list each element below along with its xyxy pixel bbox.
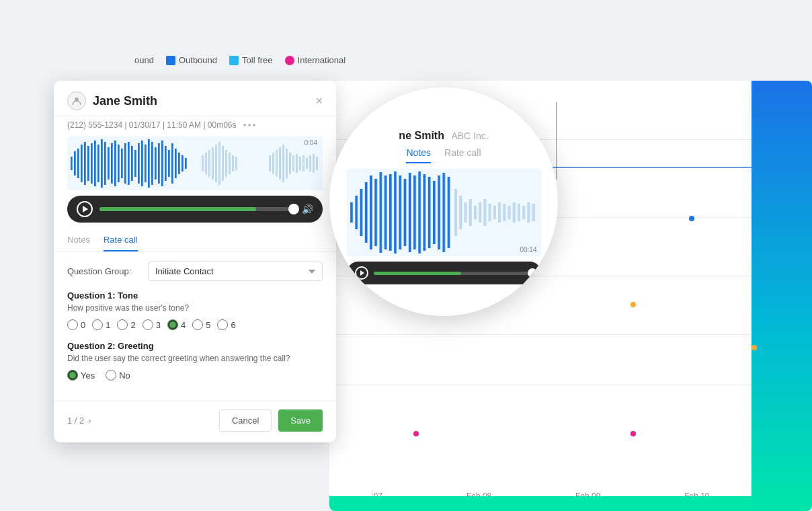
svg-rect-90 <box>488 204 491 221</box>
volume-icon[interactable]: 🔊 <box>302 204 313 214</box>
svg-rect-65 <box>364 182 367 243</box>
rating-5[interactable]: 5 <box>192 319 210 330</box>
zoom-progress-track[interactable] <box>374 272 533 275</box>
zoom-company: ABC Inc. <box>451 130 488 141</box>
svg-rect-98 <box>527 202 530 223</box>
svg-rect-60 <box>313 154 315 173</box>
svg-rect-6 <box>87 146 89 181</box>
answer-no[interactable]: No <box>106 370 130 381</box>
svg-rect-22 <box>141 141 143 186</box>
svg-rect-95 <box>512 202 515 223</box>
svg-rect-33 <box>178 153 180 174</box>
zoom-progress-thumb[interactable] <box>528 268 537 278</box>
progress-fill <box>99 207 256 211</box>
svg-rect-92 <box>498 202 501 223</box>
svg-rect-42 <box>222 146 224 181</box>
svg-rect-58 <box>306 158 308 169</box>
svg-rect-49 <box>276 150 278 177</box>
svg-rect-99 <box>532 204 534 221</box>
svg-rect-7 <box>91 143 93 184</box>
svg-rect-70 <box>389 174 391 251</box>
rating-2[interactable]: 2 <box>117 319 135 330</box>
svg-rect-78 <box>428 177 430 248</box>
rating-0[interactable]: 0 <box>67 319 85 330</box>
modal-header: Jane Smith × <box>54 81 336 116</box>
svg-rect-40 <box>215 145 217 182</box>
data-point-3 <box>689 216 694 221</box>
tab-notes[interactable]: Notes <box>67 235 90 251</box>
legend-dot-tollfree <box>229 56 239 65</box>
rating-6[interactable]: 6 <box>217 319 235 330</box>
svg-rect-26 <box>155 147 157 180</box>
svg-rect-64 <box>360 189 362 236</box>
svg-rect-68 <box>379 172 382 253</box>
data-point-4 <box>413 431 419 436</box>
legend-dot-international <box>285 56 294 65</box>
progress-thumb[interactable] <box>288 204 299 214</box>
data-point-2 <box>631 302 636 307</box>
legend-dot-outbound <box>166 56 175 65</box>
svg-rect-21 <box>138 143 140 184</box>
zoom-waveform-timestamp: 00:14 <box>520 246 536 253</box>
chart-vertical-line <box>556 102 557 180</box>
svg-rect-88 <box>479 202 481 223</box>
svg-rect-53 <box>289 153 291 174</box>
legend-item-inbound: ound <box>134 55 154 65</box>
zoom-tab-notes[interactable]: Notes <box>406 147 431 163</box>
save-button[interactable]: Save <box>278 409 323 432</box>
legend-label-inbound: ound <box>134 55 154 65</box>
svg-rect-17 <box>124 143 126 184</box>
audio-player[interactable]: 🔊 <box>67 196 323 223</box>
legend-item-outbound: Outbound <box>166 55 217 65</box>
rating-3[interactable]: 3 <box>143 319 161 330</box>
svg-rect-14 <box>114 141 116 186</box>
svg-rect-54 <box>292 155 294 171</box>
rating-1[interactable]: 1 <box>92 319 110 330</box>
legend-label-outbound: Outbound <box>179 55 217 65</box>
zoom-waveform-display: 00:14 <box>347 169 541 256</box>
cancel-button[interactable]: Cancel <box>219 409 272 432</box>
tab-rate-call[interactable]: Rate call <box>104 235 138 251</box>
question-1-options: 0 1 2 3 4 5 6 <box>67 319 323 330</box>
svg-rect-84 <box>459 196 462 229</box>
svg-rect-51 <box>282 145 284 182</box>
svg-rect-4 <box>81 145 83 182</box>
svg-rect-86 <box>469 199 471 226</box>
svg-rect-69 <box>384 175 387 249</box>
svg-rect-9 <box>97 145 99 182</box>
svg-rect-8 <box>94 141 96 186</box>
svg-rect-77 <box>423 174 425 251</box>
modal-tabs: Notes Rate call <box>54 228 336 252</box>
svg-rect-63 <box>355 196 358 229</box>
svg-rect-93 <box>503 204 505 221</box>
svg-rect-35 <box>185 158 187 169</box>
svg-rect-23 <box>145 145 147 182</box>
svg-rect-75 <box>413 175 416 249</box>
svg-rect-94 <box>508 206 510 219</box>
svg-rect-55 <box>296 154 298 173</box>
play-button[interactable] <box>77 201 93 217</box>
chart-legend: ound Outbound Toll free International <box>134 55 346 65</box>
next-arrow: › <box>88 416 91 426</box>
rating-4[interactable]: 4 <box>167 319 186 330</box>
call-detail-modal: Jane Smith × (212) 555-1234 | 01/30/17 |… <box>54 81 336 442</box>
svg-rect-43 <box>225 150 227 177</box>
waveform-display: 0:04 <box>67 136 323 190</box>
legend-item-tollfree: Toll free <box>229 55 273 65</box>
svg-rect-52 <box>286 149 288 178</box>
svg-rect-80 <box>438 175 440 249</box>
svg-rect-27 <box>158 143 160 184</box>
answer-yes[interactable]: Yes <box>67 370 95 381</box>
zoom-caller-name: ne Smith <box>399 130 444 141</box>
waveform-timestamp: 0:04 <box>304 139 317 147</box>
svg-rect-83 <box>454 189 456 236</box>
svg-rect-56 <box>299 157 301 170</box>
modal-close-button[interactable]: × <box>315 95 323 107</box>
chart-gradient-bar <box>752 81 812 511</box>
zoom-tab-rate-call[interactable]: Rate call <box>444 147 481 163</box>
progress-track[interactable] <box>99 207 295 211</box>
question-2-block: Question 2: Greeting Did the user say th… <box>67 341 323 381</box>
modal-caller-name: Jane Smith <box>93 94 157 108</box>
zoom-audio-player[interactable] <box>347 262 541 284</box>
question-group-select[interactable]: Initiate Contact <box>148 262 323 281</box>
